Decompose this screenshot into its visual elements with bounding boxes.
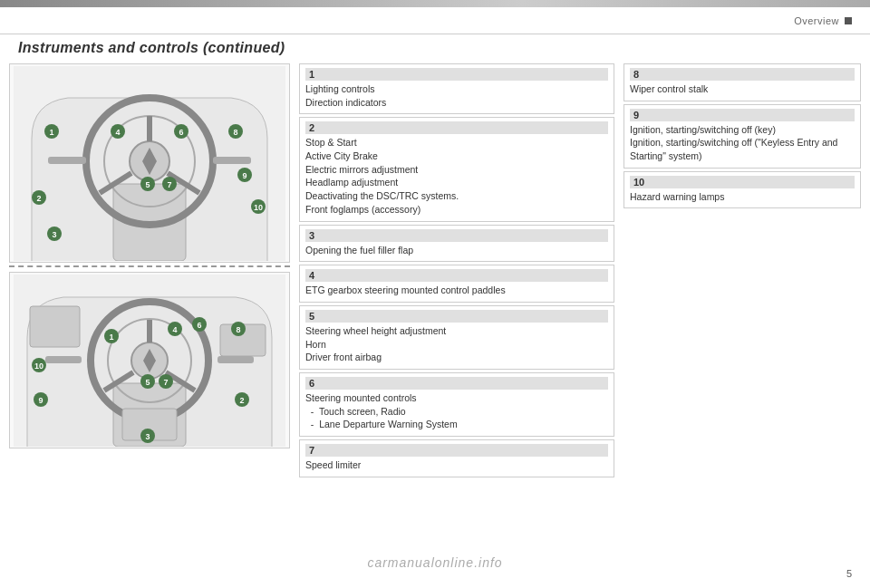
item-5-number: 5 [305,310,608,323]
svg-text:6: 6 [179,128,183,137]
svg-text:10: 10 [34,361,44,371]
dashed-divider [9,265,290,267]
item-7-number: 7 [305,444,608,457]
svg-text:9: 9 [38,396,43,405]
svg-text:10: 10 [254,203,263,212]
page-number: 5 [846,568,852,579]
info-box-10: 10 Hazard warning lamps [624,171,861,209]
item-5-content: Steering wheel height adjustmentHornDriv… [305,325,446,362]
item-1-number: 1 [305,68,608,81]
info-box-2: 2 Stop & StartActive City BrakeElectric … [299,117,614,221]
info-box-4: 4 ETG gearbox steering mounted control p… [299,265,614,303]
header-row: Overview [0,7,870,34]
svg-rect-40 [45,356,82,363]
item-10-content: Hazard warning lamps [630,191,724,202]
steering-diagram-bottom: 1 2 3 4 5 6 [14,275,285,447]
header-square [845,17,852,24]
svg-text:9: 9 [242,171,246,180]
item-4-content: ETG gearbox steering mounted control pad… [305,284,506,295]
svg-text:8: 8 [233,128,237,137]
main-content: Instruments and controls (continued) [0,34,870,588]
svg-text:1: 1 [49,128,53,137]
svg-rect-10 [213,157,251,164]
svg-text:5: 5 [145,180,150,189]
middle-column: 1 Lighting controlsDirection indicators … [299,63,614,588]
svg-rect-41 [218,356,254,363]
item-1-content: Lighting controlsDirection indicators [305,83,386,108]
header-title: Overview [794,15,839,26]
item-10-number: 10 [630,176,855,188]
svg-text:5: 5 [145,378,150,387]
svg-text:8: 8 [236,325,240,334]
content-layout: 1 2 3 4 5 6 [0,63,870,588]
far-right-column: 8 Wiper control stalk 9 Ignition, starti… [624,63,861,588]
watermark: carmanualonline.info [367,555,502,570]
item-6-content: Steering mounted controls - Touch screen… [305,392,458,429]
item-4-number: 4 [305,269,608,282]
svg-text:2: 2 [239,396,244,405]
item-3-content: Opening the fuel filler flap [305,245,413,255]
item-8-number: 8 [630,68,855,81]
item-2-number: 2 [305,121,608,134]
svg-text:7: 7 [163,378,168,387]
left-panel: 1 2 3 4 5 6 [9,63,290,588]
info-box-3: 3 Opening the fuel filler flap [299,225,614,263]
svg-text:4: 4 [115,128,120,137]
diagram-top: 1 2 3 4 5 6 [9,63,290,263]
svg-rect-42 [30,306,80,347]
item-9-number: 9 [630,109,855,121]
diagram-bottom: 1 2 3 4 5 6 [9,272,290,448]
info-box-6: 6 Steering mounted controls - Touch scre… [299,372,614,437]
svg-text:3: 3 [52,230,56,239]
svg-text:1: 1 [109,333,113,342]
item-2-content: Stop & StartActive City BrakeElectric mi… [305,137,459,214]
svg-text:6: 6 [197,321,201,330]
svg-text:7: 7 [167,180,171,189]
info-box-5: 5 Steering wheel height adjustmentHornDr… [299,305,614,370]
info-box-9: 9 Ignition, starting/switching off (key)… [624,104,861,169]
item-7-content: Speed limiter [305,459,361,470]
item-9-content: Ignition, starting/switching off (key)Ig… [630,124,837,161]
item-3-number: 3 [305,229,608,242]
item-8-content: Wiper control stalk [630,83,708,94]
svg-text:3: 3 [145,432,150,441]
steering-diagram-top: 1 2 3 4 5 6 [14,66,285,261]
info-box-1: 1 Lighting controlsDirection indicators [299,63,614,114]
svg-text:2: 2 [36,194,41,203]
svg-text:4: 4 [172,325,177,334]
item-6-number: 6 [305,377,608,390]
info-box-7: 7 Speed limiter [299,439,614,477]
svg-rect-9 [48,157,86,164]
page-title: Instruments and controls (continued) [18,40,870,56]
info-box-8: 8 Wiper control stalk [624,63,861,101]
top-bar [0,0,870,7]
